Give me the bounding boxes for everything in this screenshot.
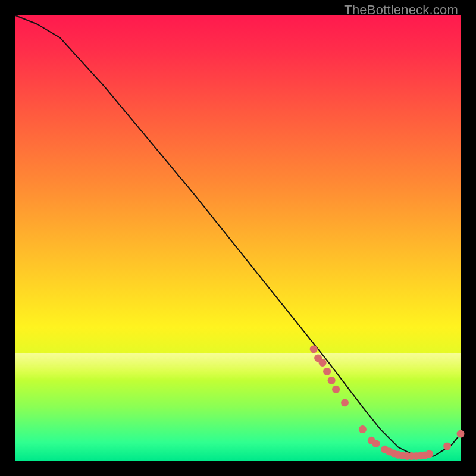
data-point <box>310 346 318 353</box>
data-point <box>394 451 402 459</box>
data-point <box>399 452 406 459</box>
data-point <box>403 452 411 460</box>
data-point <box>314 355 322 362</box>
data-point <box>386 448 393 456</box>
data-point <box>412 452 420 460</box>
chart-stage: TheBottleneck.com <box>0 0 476 476</box>
data-point <box>328 377 336 384</box>
data-point <box>323 368 331 375</box>
data-point <box>372 440 380 447</box>
data-point <box>381 446 389 453</box>
data-points <box>310 346 465 461</box>
data-point <box>319 359 327 367</box>
data-point <box>421 452 429 459</box>
data-point <box>359 425 367 433</box>
data-point <box>416 452 424 459</box>
data-point <box>341 399 349 406</box>
curve-line <box>15 15 461 456</box>
data-point <box>332 386 340 393</box>
data-point <box>457 430 465 438</box>
data-point <box>368 437 375 444</box>
data-point <box>408 452 415 460</box>
plot-area <box>15 15 461 461</box>
data-point <box>390 450 397 458</box>
chart-svg <box>15 15 461 461</box>
data-point <box>443 443 451 450</box>
data-point <box>425 450 433 458</box>
